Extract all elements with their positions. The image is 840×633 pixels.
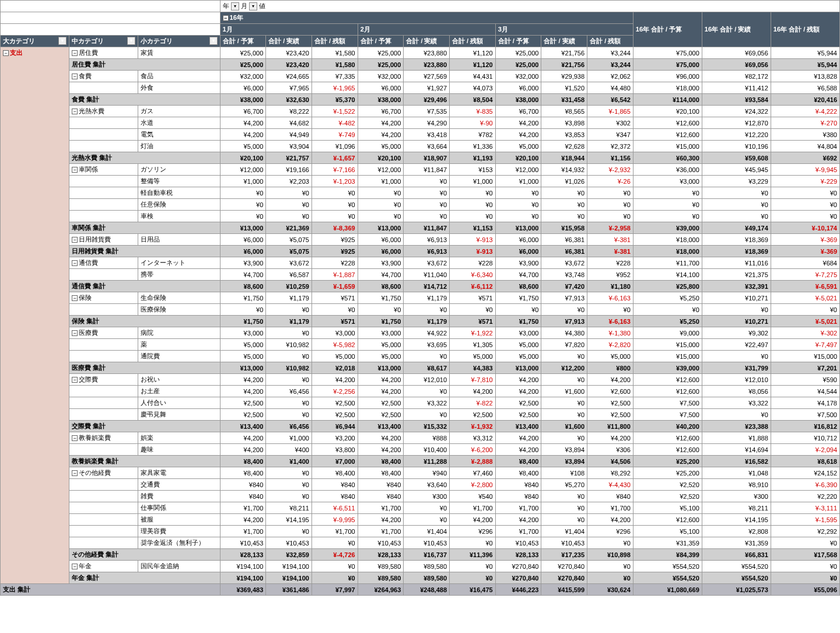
value-cell: ¥0 [404,409,450,421]
collapse-icon[interactable]: − [3,50,9,56]
value-cell: ¥1,750 [495,292,541,304]
value-cell: ¥7,820 [541,339,587,351]
value-cell: ¥6,944 [312,421,358,432]
value-cell: ¥554,520 [633,572,702,584]
month-header[interactable]: 1月 [220,24,358,36]
value-cell: ¥1,580 [312,59,358,71]
collapse-icon[interactable]: − [72,74,78,79]
value-cell: ¥38,000 [358,94,404,106]
value-cell: ¥0 [450,561,496,572]
value-cell: ¥13,000 [220,362,266,374]
value-cell: ¥10,453 [404,537,450,549]
value-cell: ¥4,200 [220,444,266,456]
filter-icon[interactable]: ▾ [209,37,218,45]
collapse-icon[interactable]: − [72,564,78,569]
collapse-icon[interactable]: − [72,470,78,476]
value-cell: ¥4,200 [587,432,634,444]
large-cat-header[interactable]: 大カテゴリ▾ [1,36,69,47]
value-cell: ¥0 [587,561,634,572]
value-cell: ¥4,200 [220,514,266,526]
value-cell: ¥3,418 [404,129,450,141]
subtotal-label: 年金 集計 [69,572,220,584]
value-cell: ¥7,500 [633,409,702,421]
value-cell: ¥7,335 [312,71,358,82]
value-cell: ¥4,200 [358,374,404,386]
subtotal-label: 保険 集計 [69,316,220,327]
value-cell: ¥1,179 [404,292,450,304]
value-cell: ¥25,800 [633,281,702,292]
value-cell: ¥13,000 [220,222,266,234]
value-cell: ¥3,664 [404,141,450,152]
value-cell: ¥8,222 [266,106,312,117]
small-category: 趣味 [138,444,220,456]
value-cell: ¥14,694 [702,444,771,456]
value-cell: ¥6,000 [495,82,541,94]
collapse-icon[interactable]: − [72,295,78,301]
value-cell: ¥8,400 [358,456,404,467]
value-cell: ¥6,381 [541,234,587,246]
value-cell: ¥14,100 [633,269,702,281]
value-cell: ¥0 [266,351,312,362]
subtotal-label: 医療費 集計 [69,362,220,374]
value-cell: ¥0 [495,211,541,222]
value-cell: ¥11,016 [702,257,771,269]
value-cell: ¥3,695 [404,339,450,351]
collapse-icon[interactable]: − [72,50,78,56]
value-cell: ¥0 [220,304,266,316]
value-cell: ¥270,840 [495,572,541,584]
value-cell: ¥6,913 [404,234,450,246]
value-cell: ¥3,000 [495,327,541,339]
value-cell: ¥1,048 [702,467,771,479]
value-cell: ¥96,000 [633,71,702,82]
value-cell: ¥153 [450,164,496,176]
value-cell: ¥0 [450,187,496,199]
small-cat-header[interactable]: 小カテゴリ▾ [138,36,220,47]
value-cell: ¥2,500 [587,409,634,421]
small-category: 医療保険 [138,304,220,316]
value-cell: ¥-5,021 [771,292,839,304]
collapse-icon[interactable]: − [72,330,78,336]
value-cell: ¥13,400 [495,421,541,432]
collapse-icon[interactable]: − [72,237,78,243]
value-cell: ¥-1,932 [450,421,496,432]
value-cell: ¥0 [220,199,266,211]
value-cell: ¥0 [358,211,404,222]
subtotal-label: 食費 集計 [69,94,220,106]
value-cell: ¥952 [587,269,634,281]
value-cell: ¥18,000 [633,246,702,257]
pivot-table[interactable]: 年 ▾ 月 ▾ 値−16年16年 合計 / 予算16年 合計 / 実績16年 合… [0,0,840,596]
small-category: ガソリン [138,164,220,176]
value-cell: ¥1,700 [220,526,266,537]
year-dropdown-icon[interactable]: ▾ [231,2,239,11]
value-cell: ¥7,535 [404,106,450,117]
value-cell: ¥3,894 [541,444,587,456]
value-cell: ¥1,000 [495,176,541,187]
filter-icon[interactable]: ▾ [127,37,135,45]
grand-value: ¥30,624 [587,584,634,596]
small-category: 仕事関係 [138,502,220,514]
value-cell: ¥14,932 [541,164,587,176]
mid-cat-header[interactable]: 中カテゴリ▾ [69,36,138,47]
collapse-icon[interactable]: − [72,167,78,173]
filter-icon[interactable]: ▾ [58,37,66,45]
value-cell: ¥-381 [587,234,634,246]
value-cell: ¥14,195 [266,514,312,526]
collapse-icon[interactable]: − [72,260,78,266]
value-cell: ¥2,500 [495,397,541,409]
value-cell: ¥69,056 [702,59,771,71]
month-header[interactable]: 2月 [358,24,495,36]
collapse-icon[interactable]: − [72,435,78,441]
collapse-icon[interactable]: − [223,15,229,21]
value-cell: ¥-822 [450,397,496,409]
collapse-icon[interactable]: − [72,109,78,114]
value-cell: ¥1,000 [358,176,404,187]
value-cell: ¥1,400 [266,456,312,467]
filter-row: 年 ▾ 月 ▾ 値 [220,1,839,12]
value-cell: ¥5,000 [358,141,404,152]
month-dropdown-icon[interactable]: ▾ [249,2,257,11]
value-cell: ¥14,712 [404,281,450,292]
value-cell: ¥75,000 [633,59,702,71]
month-header[interactable]: 3月 [495,24,633,36]
value-cell: ¥8,565 [541,106,587,117]
collapse-icon[interactable]: − [72,377,78,383]
